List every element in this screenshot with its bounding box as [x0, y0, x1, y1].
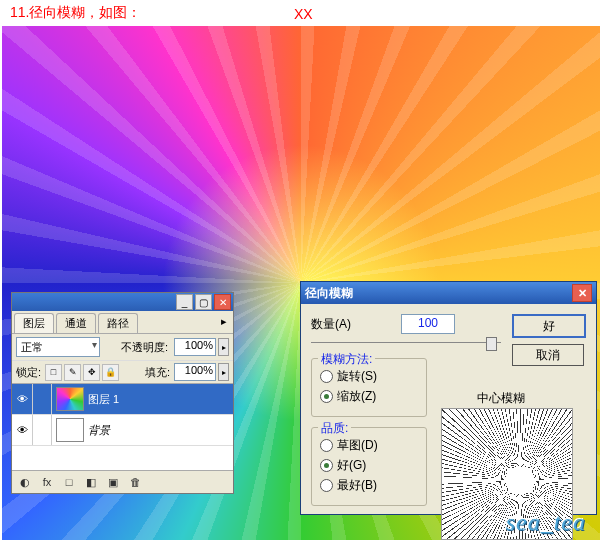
radio-label: 旋转(S): [337, 368, 377, 385]
radial-blur-dialog: 径向模糊 ✕ 数量(A) 100 好 取消 模糊方法: 旋转(S): [300, 281, 597, 515]
lock-transparent-icon[interactable]: □: [45, 364, 62, 381]
fill-input[interactable]: 100%: [174, 363, 216, 381]
radio-icon[interactable]: [320, 459, 333, 472]
lock-all-icon[interactable]: 🔒: [102, 364, 119, 381]
layer-style-icon[interactable]: ◐: [16, 474, 34, 490]
cancel-button[interactable]: 取消: [512, 344, 584, 366]
quality-group: 品质: 草图(D) 好(G) 最好(B): [311, 427, 427, 506]
link-cell[interactable]: [33, 415, 52, 445]
radio-zoom[interactable]: 缩放(Z): [320, 388, 418, 405]
radio-spin[interactable]: 旋转(S): [320, 368, 418, 385]
dialog-title: 径向模糊: [305, 285, 353, 302]
radio-draft[interactable]: 草图(D): [320, 437, 418, 454]
layer-mask-icon[interactable]: □: [60, 474, 78, 490]
panel-menu-icon[interactable]: ▸: [215, 313, 233, 333]
layers-panel: _ ▢ ✕ 图层 通道 路径 ▸ 正常 不透明度: 100% ▸ 锁定: □ ✎…: [11, 292, 234, 494]
radio-label: 缩放(Z): [337, 388, 376, 405]
radio-good[interactable]: 好(G): [320, 457, 418, 474]
opacity-stepper[interactable]: ▸: [218, 338, 229, 356]
lock-image-icon[interactable]: ✎: [64, 364, 81, 381]
close-button[interactable]: ✕: [572, 284, 592, 302]
tutorial-xx-mark: XX: [294, 6, 313, 22]
radio-label: 最好(B): [337, 477, 377, 494]
layer-list: 👁 图层 1 👁 背景: [12, 384, 233, 470]
opacity-label: 不透明度:: [121, 340, 168, 355]
slider-thumb[interactable]: [486, 337, 497, 351]
tab-layers[interactable]: 图层: [14, 313, 54, 333]
close-button[interactable]: ✕: [214, 294, 231, 310]
radio-label: 好(G): [337, 457, 366, 474]
radio-icon[interactable]: [320, 439, 333, 452]
tutorial-step-caption: 11.径向模糊，如图：: [10, 4, 141, 22]
layer-name[interactable]: 背景: [88, 423, 110, 438]
amount-slider[interactable]: [311, 338, 501, 348]
tab-channels[interactable]: 通道: [56, 313, 96, 333]
blur-center-preview[interactable]: [441, 408, 573, 540]
radio-best[interactable]: 最好(B): [320, 477, 418, 494]
visibility-toggle-icon[interactable]: 👁: [12, 384, 33, 414]
new-layer-icon[interactable]: ▣: [104, 474, 122, 490]
radio-icon[interactable]: [320, 390, 333, 403]
preview-rays-icon: [442, 409, 572, 539]
layer-row[interactable]: 👁 背景: [12, 415, 233, 446]
layer-fx-icon[interactable]: fx: [38, 474, 56, 490]
adjustment-layer-icon[interactable]: ◧: [82, 474, 100, 490]
quality-legend: 品质:: [318, 420, 351, 437]
layer-name[interactable]: 图层 1: [88, 392, 119, 407]
panel-titlebar[interactable]: _ ▢ ✕: [12, 293, 233, 311]
radio-icon[interactable]: [320, 479, 333, 492]
link-cell[interactable]: [33, 384, 52, 414]
minimize-button[interactable]: _: [176, 294, 193, 310]
delete-layer-icon[interactable]: 🗑: [126, 474, 144, 490]
blur-method-group: 模糊方法: 旋转(S) 缩放(Z): [311, 358, 427, 417]
layer-thumbnail[interactable]: [56, 387, 84, 411]
tab-paths[interactable]: 路径: [98, 313, 138, 333]
visibility-toggle-icon[interactable]: 👁: [12, 415, 33, 445]
amount-label: 数量(A): [311, 316, 351, 333]
radio-icon[interactable]: [320, 370, 333, 383]
blend-mode-select[interactable]: 正常: [16, 337, 100, 357]
dialog-titlebar[interactable]: 径向模糊 ✕: [301, 282, 596, 304]
fill-stepper[interactable]: ▸: [218, 363, 229, 381]
radio-label: 草图(D): [337, 437, 378, 454]
lock-position-icon[interactable]: ✥: [83, 364, 100, 381]
method-legend: 模糊方法:: [318, 351, 375, 368]
layer-row[interactable]: 👁 图层 1: [12, 384, 233, 415]
ok-button[interactable]: 好: [512, 314, 586, 338]
preview-label: 中心模糊: [477, 390, 525, 407]
opacity-input[interactable]: 100%: [174, 338, 216, 356]
amount-input[interactable]: 100: [401, 314, 455, 334]
layers-panel-footer: ◐ fx □ ◧ ▣ 🗑: [12, 470, 233, 493]
lock-label: 锁定:: [16, 365, 41, 380]
collapse-button[interactable]: ▢: [195, 294, 212, 310]
fill-label: 填充:: [145, 365, 170, 380]
layer-thumbnail[interactable]: [56, 418, 84, 442]
